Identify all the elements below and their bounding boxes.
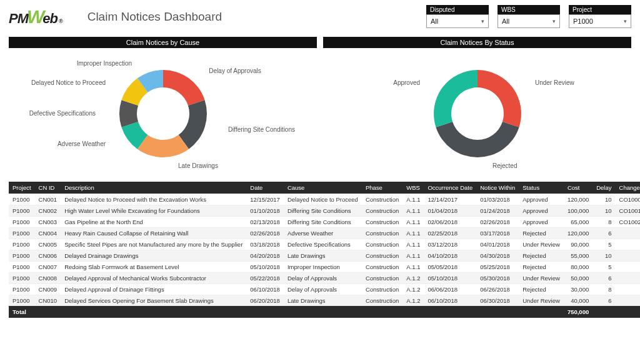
table-row[interactable]: P1000CN006Delayed Drainage Drawings04/20… xyxy=(9,250,640,262)
table-cell: CN009 xyxy=(35,284,61,295)
table-cell: 55,000 xyxy=(564,250,592,262)
table-cell: Under Review xyxy=(519,239,564,250)
table-header-cell[interactable]: Occurrence Date xyxy=(424,182,476,194)
filter-wbs-select[interactable]: All ▾ xyxy=(498,14,560,28)
table-cell: 05/10/2018 xyxy=(424,273,476,284)
table-cell: Under Review xyxy=(519,295,564,307)
table-cell: Construction xyxy=(362,217,402,228)
table-header-cell[interactable]: CN ID xyxy=(35,182,61,194)
table-cell xyxy=(616,250,640,262)
table-header-cell[interactable]: WBS xyxy=(402,182,424,194)
table-cell: Delay of Approvals xyxy=(284,273,362,284)
table-row[interactable]: P1000CN005Specific Steel Pipes are not M… xyxy=(9,239,640,250)
table-cell: P1000 xyxy=(9,194,35,205)
donut-slice[interactable] xyxy=(434,70,478,127)
table-cell: 5 xyxy=(592,262,615,273)
table-header-cell[interactable]: Phase xyxy=(362,182,402,194)
table-cell: Delayed Services Opening For Basement Sl… xyxy=(61,295,246,307)
donut-label: Delayed Notice to Proceed xyxy=(31,79,106,86)
table-row[interactable]: P1000CN009Delayed Approval of Drainage F… xyxy=(9,284,640,295)
table-cell: P1000 xyxy=(9,239,35,250)
table-cell: 10 xyxy=(592,250,615,262)
table-header-cell[interactable]: Project xyxy=(9,182,35,194)
table-cell: 120,000 xyxy=(564,194,592,205)
table-cell: 01/24/2018 xyxy=(476,205,519,217)
table-cell: 05/10/2018 xyxy=(246,262,284,273)
chart-status-title: Claim Notices By Status xyxy=(323,37,631,48)
filter-wbs-label: WBS xyxy=(498,5,560,14)
filter-project-select[interactable]: P1000 ▾ xyxy=(569,14,631,28)
table-header-cell[interactable]: Notice Within xyxy=(476,182,519,194)
table-cell: Late Drawings xyxy=(284,295,362,307)
table-cell: Delayed Notice to Proceed xyxy=(284,194,362,205)
table-cell xyxy=(616,295,640,307)
table-cell: Delayed Notice to Proceed with the Excav… xyxy=(61,194,246,205)
chart-status-donut[interactable]: Under ReviewRejectedApproved xyxy=(324,48,631,179)
table-header-cell[interactable]: Change Order ID xyxy=(616,182,640,194)
table-cell: A.1.1 xyxy=(402,239,424,250)
header: PM W eb ® Claim Notices Dashboard Disput… xyxy=(0,0,640,31)
table-header-cell[interactable]: Status xyxy=(519,182,564,194)
table-row[interactable]: P1000CN010Delayed Services Opening For B… xyxy=(9,295,640,307)
table-row[interactable]: P1000CN004Heavy Rain Caused Collapse of … xyxy=(9,228,640,239)
table-cell: 06/20/2018 xyxy=(246,295,284,307)
table-cell: Under Review xyxy=(519,273,564,284)
table-cell: 04/01/2018 xyxy=(476,239,519,250)
chart-cause-donut[interactable]: Delay of ApprovalsDiffering Site Conditi… xyxy=(10,48,316,179)
table-cell: CN002 xyxy=(35,205,61,217)
table-cell: Construction xyxy=(362,194,402,205)
table-row[interactable]: P1000CN003Gas Pipeline at the North End0… xyxy=(9,217,640,228)
table-cell: 04/10/2018 xyxy=(424,250,476,262)
table-cell xyxy=(616,239,640,250)
table-cell: Specific Steel Pipes are not Manufacture… xyxy=(61,239,246,250)
table-cell: A.1.1 xyxy=(402,228,424,239)
table-header-cell[interactable]: Delay xyxy=(592,182,615,194)
table-cell: A.1.2 xyxy=(402,273,424,284)
donut-slice[interactable] xyxy=(163,70,205,106)
table-row[interactable]: P1000CN007Redoing Slab Formwork at Basem… xyxy=(9,262,640,273)
filter-disputed-select[interactable]: All ▾ xyxy=(426,14,489,28)
table-cell: CN006 xyxy=(35,250,61,262)
table-cell: Redoing Slab Formwork at Basement Level xyxy=(61,262,246,273)
table-cell: 01/10/2018 xyxy=(246,205,284,217)
table-cell: 02/26/2018 xyxy=(476,217,519,228)
table-cell: 01/04/2018 xyxy=(424,205,476,217)
chevron-down-icon: ▾ xyxy=(552,18,556,24)
table-cell: 05/25/2018 xyxy=(476,262,519,273)
table-header-cell[interactable]: Cost xyxy=(564,182,592,194)
table-cell: 01/03/2018 xyxy=(476,194,519,205)
table-cell: Delayed Approval of Drainage Fittings xyxy=(61,284,246,295)
filter-project-value: P1000 xyxy=(573,17,593,25)
table-row[interactable]: P1000CN002High Water Level While Excavat… xyxy=(9,205,640,217)
donut-label: Late Drawings xyxy=(178,162,218,169)
table-header-cell[interactable]: Cause xyxy=(284,182,362,194)
table-cell: A.1.2 xyxy=(402,295,424,307)
table-cell: 06/06/2018 xyxy=(424,284,476,295)
table-cell xyxy=(616,273,640,284)
table-cell: High Water Level While Excavating for Fo… xyxy=(61,205,246,217)
logo-pm: PM xyxy=(9,11,28,27)
table-cell: CN003 xyxy=(35,217,61,228)
donut-slice[interactable] xyxy=(478,70,521,127)
table-row[interactable]: P1000CN001Delayed Notice to Proceed with… xyxy=(9,194,640,205)
table-row[interactable]: P1000CN008Delayed Approval of Mechanical… xyxy=(9,273,640,284)
table-cell: 40,000 xyxy=(564,295,592,307)
table-cell: 65,000 xyxy=(564,217,592,228)
table-cell: 06/10/2018 xyxy=(246,284,284,295)
table-cell: P1000 xyxy=(9,273,35,284)
table-cell: 8 xyxy=(592,217,615,228)
table-cell: CN005 xyxy=(35,239,61,250)
table-cell: Approved xyxy=(519,205,564,217)
charts-row: Claim Notices by Cause Delay of Approval… xyxy=(0,31,640,182)
table-cell: P1000 xyxy=(9,228,35,239)
table-cell xyxy=(616,284,640,295)
table-cell: 03/12/2018 xyxy=(424,239,476,250)
filter-wbs: WBS All ▾ xyxy=(498,5,560,28)
donut-label: Differing Site Conditions xyxy=(228,126,294,133)
donut-label: Approved xyxy=(393,79,420,86)
table-cell: A.1.1 xyxy=(402,217,424,228)
table-cell: 12/15/2017 xyxy=(246,194,284,205)
donut-slice[interactable] xyxy=(436,122,519,157)
table-header-cell[interactable]: Description xyxy=(61,182,246,194)
table-header-cell[interactable]: Date xyxy=(246,182,284,194)
